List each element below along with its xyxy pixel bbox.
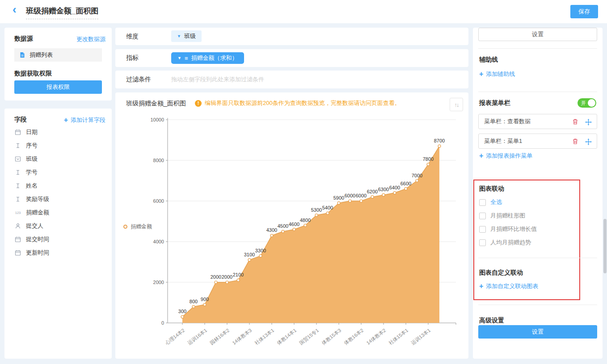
- field-item[interactable]: 学号: [14, 166, 107, 179]
- advanced-settings-button[interactable]: 设置: [478, 325, 597, 339]
- add-report-menu-link[interactable]: + 添加报表操作菜单: [479, 152, 532, 160]
- datasource-item[interactable]: 捐赠列表: [14, 48, 102, 62]
- save-button[interactable]: 保存: [570, 5, 598, 18]
- preview-warning: ! 编辑界面只取数据源前200条作为查询数据预览，完整数据请访问页面查看。: [195, 99, 400, 107]
- dimension-tag[interactable]: ▼ 班级: [171, 30, 202, 42]
- report-permission-button[interactable]: 报表权限: [14, 80, 102, 94]
- svg-text:国贸15专1: 国贸15专1: [298, 327, 320, 346]
- calendar-icon: [14, 236, 21, 243]
- linkage-label: 月捐赠环比增长值: [490, 225, 537, 233]
- field-label: 更新时间: [26, 249, 49, 257]
- linkage-label: 全选: [490, 198, 502, 206]
- svg-text:6200: 6200: [367, 189, 378, 194]
- filter-row[interactable]: 过滤条件 拖动左侧字段到此处来添加过滤条件: [115, 71, 468, 88]
- svg-text:4800: 4800: [300, 218, 311, 223]
- field-label: 学号: [26, 168, 38, 176]
- area-chart: 0200040006000800010000300800900200020002…: [115, 113, 468, 359]
- permission-title: 数据获取权限: [14, 70, 52, 78]
- svg-text:300: 300: [178, 309, 186, 314]
- select-all-row[interactable]: 全选: [479, 196, 537, 209]
- add-calc-field-link[interactable]: + 添加计算字段: [64, 116, 105, 124]
- list-lines-icon: ≡: [185, 55, 188, 62]
- field-item[interactable]: 日期: [14, 126, 107, 139]
- linkage-title: 图表联动: [479, 185, 504, 193]
- add-custom-linkage-link[interactable]: + 添加自定义联动图表: [479, 282, 538, 290]
- svg-text:6400: 6400: [389, 185, 400, 190]
- select-field-icon: [14, 156, 21, 162]
- field-item[interactable]: 123捐赠金额: [14, 206, 107, 219]
- change-datasource-link[interactable]: 更改数据源: [76, 35, 105, 43]
- menu-bar-item[interactable]: 菜单栏：查看数据: [478, 114, 597, 129]
- svg-text:2100: 2100: [233, 272, 244, 277]
- svg-text:8000: 8000: [153, 158, 164, 163]
- aux-line-title: 辅助线: [479, 56, 498, 64]
- checkbox[interactable]: [479, 213, 486, 219]
- checkbox[interactable]: [479, 226, 486, 233]
- top-header: ‹ 班级捐赠金额_面积图 保存: [0, 0, 607, 23]
- back-icon[interactable]: ‹: [13, 4, 17, 15]
- metric-tag[interactable]: ▼ ≡ 捐赠金额（求和）: [171, 52, 244, 64]
- plus-icon: +: [479, 283, 483, 289]
- linkage-checkbox-row[interactable]: 人均月捐赠趋势: [479, 236, 537, 249]
- field-item[interactable]: 提交时间: [14, 233, 107, 246]
- svg-text:5400: 5400: [322, 205, 333, 210]
- divider: [478, 258, 597, 258]
- svg-text:2000: 2000: [211, 274, 221, 280]
- sort-button[interactable]: ↑↓: [450, 98, 463, 111]
- checkbox[interactable]: [479, 199, 486, 206]
- metric-value: 捐赠金额（求和）: [191, 54, 238, 62]
- svg-text:社体13本1: 社体13本1: [253, 327, 275, 346]
- field-label: 奖励等级: [26, 195, 49, 203]
- chevron-down-icon: ▼: [177, 34, 181, 38]
- field-label: 提交时间: [26, 235, 49, 243]
- field-item[interactable]: 班级: [14, 152, 107, 166]
- trash-icon[interactable]: [572, 138, 578, 146]
- field-item[interactable]: 更新时间: [14, 246, 107, 259]
- svg-text:心理14本2: 心理14本2: [164, 327, 186, 346]
- field-item[interactable]: 奖励等级: [14, 192, 107, 206]
- field-item[interactable]: 序号: [14, 139, 107, 152]
- menu-bar-toggle[interactable]: 开: [577, 98, 596, 108]
- chart-settings-button[interactable]: 设置: [478, 28, 597, 41]
- move-icon[interactable]: [585, 119, 592, 127]
- svg-text:2000: 2000: [222, 274, 232, 280]
- sort-icon: ↑↓: [455, 101, 459, 108]
- linkage-label: 人均月捐赠趋势: [490, 238, 531, 247]
- svg-text:10000: 10000: [150, 117, 164, 122]
- svg-text:800: 800: [190, 299, 198, 304]
- field-label: 序号: [26, 142, 38, 150]
- field-item[interactable]: 提交人: [14, 219, 107, 233]
- field-label: 日期: [26, 128, 38, 136]
- datasource-item-label: 捐赠列表: [30, 51, 53, 59]
- settings-panel: 设置 辅助线 + 添加辅助线 报表菜单栏 开 菜单栏：查看数据菜单栏：菜单1 +…: [473, 28, 603, 359]
- svg-text:7800: 7800: [423, 156, 434, 162]
- field-item[interactable]: 姓名: [14, 179, 107, 192]
- page-title: 班级捐赠金额_面积图: [26, 6, 98, 19]
- custom-linkage-title: 图表自定义联动: [479, 269, 523, 277]
- svg-text:14体教本2: 14体教本2: [365, 327, 387, 346]
- toggle-knob: [588, 99, 595, 107]
- warning-text: 编辑界面只取数据源前200条作为查询数据预览，完整数据请访问页面查看。: [205, 99, 400, 107]
- checkbox[interactable]: [479, 239, 486, 246]
- plus-icon: +: [479, 153, 483, 159]
- linkage-checkbox-row[interactable]: 月捐赠环比增长值: [479, 222, 537, 236]
- svg-text:6600: 6600: [400, 181, 411, 186]
- svg-text:0: 0: [161, 320, 164, 326]
- svg-text:4300: 4300: [266, 227, 277, 233]
- field-label: 班级: [26, 155, 38, 163]
- warning-icon: !: [195, 100, 202, 107]
- menu-bar-item[interactable]: 菜单栏：菜单1: [478, 134, 597, 149]
- scrollbar-thumb[interactable]: [603, 219, 607, 273]
- field-label: 捐赠金额: [26, 209, 49, 217]
- svg-text:123: 123: [15, 211, 21, 215]
- fields-title: 字段: [14, 116, 27, 124]
- trash-icon[interactable]: [572, 118, 578, 126]
- move-icon[interactable]: [585, 138, 592, 146]
- add-aux-line-link[interactable]: + 添加辅助线: [479, 70, 515, 78]
- svg-text:3300: 3300: [255, 248, 266, 253]
- svg-text:900: 900: [201, 297, 209, 302]
- svg-text:社体15本1: 社体15本1: [388, 327, 409, 346]
- text-field-icon: [14, 169, 21, 176]
- linkage-checkbox-row[interactable]: 月捐赠柱形图: [479, 209, 537, 222]
- person-icon: [14, 223, 21, 229]
